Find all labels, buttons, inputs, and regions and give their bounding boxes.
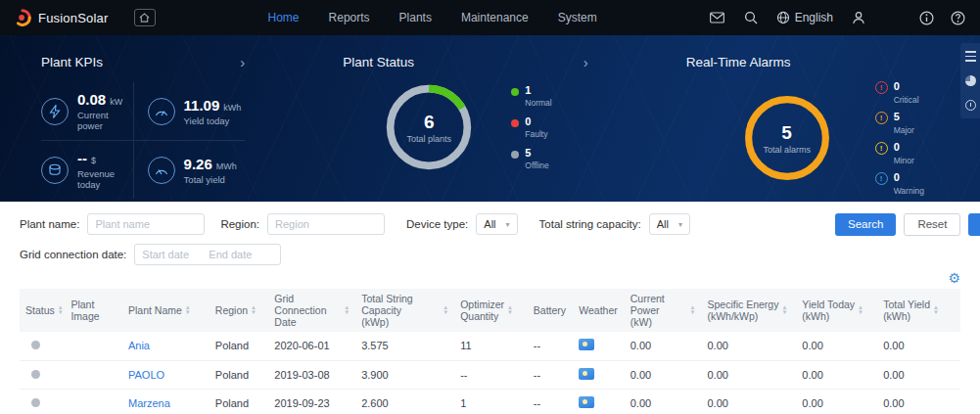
specific-energy-cell: 0.00 xyxy=(701,332,796,360)
kpi-label: Current power xyxy=(77,110,129,131)
info-icon[interactable] xyxy=(919,10,935,25)
nav-maintenance[interactable]: Maintenance xyxy=(461,11,529,24)
search-button[interactable]: Search xyxy=(835,213,896,236)
plant-name-link[interactable]: Marzena xyxy=(128,397,170,409)
sort-icon[interactable] xyxy=(933,305,939,314)
end-date-input[interactable] xyxy=(202,249,268,260)
kpi-revenue-today: --$ Revenue today xyxy=(41,141,134,199)
col-plant-name[interactable]: Plant Name xyxy=(122,289,210,332)
plant-kpis-title: Plant KPIs xyxy=(41,55,103,69)
critical-alarm-icon xyxy=(875,81,888,94)
sort-icon[interactable] xyxy=(858,305,863,314)
total-alarms-value: 5 xyxy=(781,122,792,144)
legend-warning: 0 Warning xyxy=(875,171,924,196)
capacity-cell: 3.900 xyxy=(355,360,454,389)
col-status[interactable]: Status xyxy=(20,289,65,332)
grid-date-cell: 2020-06-01 xyxy=(268,332,355,360)
gear-icon[interactable] xyxy=(948,271,960,287)
user-icon[interactable] xyxy=(851,10,866,25)
sort-icon[interactable] xyxy=(507,305,513,314)
current-power-cell: 0.00 xyxy=(625,332,702,360)
search-icon[interactable] xyxy=(743,10,759,25)
battery-cell: -- xyxy=(528,389,573,414)
grid-date-cell: 2019-03-08 xyxy=(268,360,355,389)
start-date-input[interactable] xyxy=(135,249,202,260)
battery-cell: -- xyxy=(528,332,573,360)
col-plant-image: PlantImage xyxy=(65,289,122,332)
mail-icon[interactable] xyxy=(710,10,725,25)
sort-icon[interactable] xyxy=(344,305,350,314)
kpi-unit: $ xyxy=(91,156,96,165)
alarm-value: 0 xyxy=(894,141,924,153)
home-shortcut-button[interactable] xyxy=(134,9,156,26)
legend-value: 1 xyxy=(525,85,551,96)
minor-alarm-icon xyxy=(875,142,888,155)
legend-minor: 0 Minor xyxy=(875,141,924,165)
yield-today-cell: 0.00 xyxy=(796,389,877,414)
fusionsolar-logo-icon xyxy=(14,9,31,26)
plant-name-input[interactable] xyxy=(87,213,205,235)
nav-reports[interactable]: Reports xyxy=(329,11,370,24)
optimizer-cell: 11 xyxy=(454,332,528,360)
total-string-capacity-select[interactable]: All xyxy=(649,213,690,235)
pie-chart-icon[interactable] xyxy=(965,75,976,86)
col-yield-today[interactable]: Yield Today(kWh) xyxy=(796,289,877,332)
kpi-value: 11.09 xyxy=(184,97,220,114)
alarm-label: Warning xyxy=(894,186,924,196)
col-total-string-capacity[interactable]: Total String Capacity(kWp) xyxy=(355,289,454,332)
dashboard-hero: Plant KPIs 0.08kW Current power 11.09kWh xyxy=(0,35,980,202)
sort-icon[interactable] xyxy=(443,305,448,314)
legend-normal: 1 Normal xyxy=(511,85,551,108)
nav-home[interactable]: Home xyxy=(268,11,300,24)
chevron-right-icon[interactable] xyxy=(240,55,245,69)
grid-date-cell: 2019-09-23 xyxy=(268,389,355,414)
kpi-grid: 0.08kW Current power 11.09kWh Yield toda… xyxy=(41,82,245,199)
filter-row-1: Plant name: Region: Device type: All Tot… xyxy=(20,211,960,237)
total-string-capacity-label: Total string capacity: xyxy=(539,218,641,230)
faulty-dot-icon xyxy=(511,119,519,127)
real-time-alarms-panel: Real-Time Alarms 5 Total alarms 0 Critic… xyxy=(647,35,980,202)
weather-icon xyxy=(579,396,594,408)
status-dot xyxy=(31,398,40,407)
total-yield-cell: 0.00 xyxy=(877,389,960,414)
real-time-alarms-title: Real-Time Alarms xyxy=(686,55,791,69)
plant-name-link[interactable]: Ania xyxy=(128,340,150,351)
col-optimizer-quantity[interactable]: OptimizerQuantity xyxy=(454,289,528,332)
device-type-value: All xyxy=(484,218,495,230)
reset-button[interactable]: Reset xyxy=(904,213,960,236)
chevron-right-icon[interactable] xyxy=(583,55,588,69)
main-nav: Home Reports Plants Maintenance System xyxy=(268,11,597,24)
nav-system[interactable]: System xyxy=(558,11,597,24)
col-grid-connection-date[interactable]: Grid ConnectionDate xyxy=(268,289,355,332)
nav-plants[interactable]: Plants xyxy=(399,11,432,24)
total-plants-value: 6 xyxy=(424,112,435,133)
kpi-label: Yield today xyxy=(184,115,242,126)
grid-connection-date-label: Grid connection date: xyxy=(20,249,126,260)
col-current-power[interactable]: Current Power(kW) xyxy=(625,289,702,332)
col-specific-energy[interactable]: Specific Energy(kWh/kWp) xyxy=(701,289,796,332)
brand-name: FusionSolar xyxy=(38,11,109,25)
filter-row-2: Grid connection date: xyxy=(20,242,960,267)
col-region[interactable]: Region xyxy=(210,289,269,332)
col-battery: Battery xyxy=(528,289,573,332)
add-plant-button[interactable]: Add Plant xyxy=(968,213,980,236)
plant-name-link[interactable]: PAOLO xyxy=(128,369,164,381)
sort-icon[interactable] xyxy=(690,305,696,314)
sort-icon[interactable] xyxy=(251,305,257,314)
help-icon[interactable] xyxy=(951,10,966,25)
region-input[interactable] xyxy=(267,213,385,235)
alarm-value: 5 xyxy=(894,111,924,122)
language-switcher[interactable]: English xyxy=(776,11,833,24)
device-type-select[interactable]: All xyxy=(476,213,517,235)
coins-icon xyxy=(41,157,69,184)
kpi-value: -- xyxy=(77,150,87,166)
legend-label: Normal xyxy=(525,98,551,108)
col-total-yield[interactable]: Total Yield(kWh) xyxy=(877,289,960,332)
optimizer-cell: 1 xyxy=(454,389,528,414)
sort-icon[interactable] xyxy=(185,305,191,314)
list-view-icon[interactable] xyxy=(965,51,976,62)
table-tools xyxy=(20,271,960,287)
sort-icon[interactable] xyxy=(58,305,64,314)
clock-icon[interactable] xyxy=(965,100,976,111)
sort-icon[interactable] xyxy=(781,305,787,314)
